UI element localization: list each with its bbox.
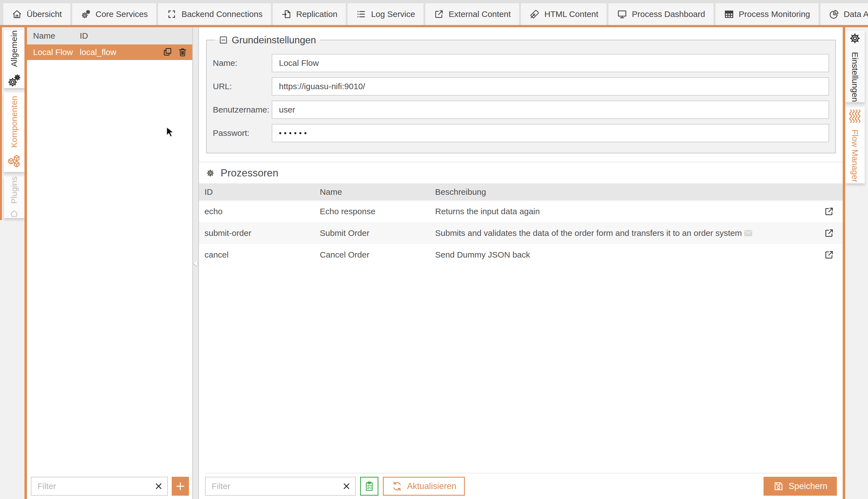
save-button[interactable]: Speichern <box>763 477 837 496</box>
envelope-icon <box>744 230 753 237</box>
components-icon <box>7 154 22 169</box>
tab-label: Data Analysis <box>844 10 868 19</box>
processor-description: Send Dummy JSON back <box>430 250 815 259</box>
processor-description: Submits and validates the data of the or… <box>430 228 815 238</box>
flow-list-footer <box>31 477 189 496</box>
table-icon <box>724 9 734 20</box>
column-header-description: Beschreibung <box>430 187 815 197</box>
content-top-border <box>0 25 868 27</box>
copy-icon[interactable] <box>162 47 173 58</box>
save-label: Speichern <box>788 481 828 491</box>
processors-table-header: ID Name Beschreibung <box>199 183 843 200</box>
home-icon <box>12 9 22 20</box>
app-window: Übersicht Core Services Backend Connecti… <box>0 0 868 499</box>
panel-splitter[interactable] <box>192 27 199 499</box>
tab-label: Replication <box>296 10 337 19</box>
tab-data-analysis[interactable]: Data Analysis <box>820 3 868 25</box>
username-label: Benutzername: <box>213 105 272 114</box>
gear-icon <box>847 31 863 46</box>
processor-description: Returns the input data again <box>430 207 815 216</box>
name-label: Name: <box>213 58 272 68</box>
detail-footer: Aktualisieren Speichern <box>205 473 837 496</box>
fieldset-legend: Grundeinstellungen <box>215 35 320 46</box>
tab-uebersicht[interactable]: Übersicht <box>3 3 70 25</box>
gears-icon <box>81 9 91 20</box>
minus-square-icon[interactable] <box>219 36 228 45</box>
flow-detail-panel: Grundeinstellungen Name: URL: Benutzerna… <box>199 27 843 499</box>
flow-list-row-selected[interactable]: Local Flow local_flow <box>27 45 192 60</box>
validate-button[interactable] <box>360 477 378 496</box>
floppy-icon <box>773 480 784 492</box>
tab-log-service[interactable]: Log Service <box>347 3 423 25</box>
clipboard-check-icon <box>364 480 375 492</box>
left-panel-border <box>24 25 27 499</box>
sidebar-tab-komponenten[interactable]: Komponenten <box>4 93 24 172</box>
tab-label: Core Services <box>96 10 148 19</box>
url-label: URL: <box>213 82 272 91</box>
external-link-icon[interactable] <box>824 228 834 239</box>
tab-label: Backend Connections <box>181 10 262 19</box>
tab-html-content[interactable]: HTML Content <box>521 3 607 25</box>
processor-row-echo: echo Echo response Returns the input dat… <box>199 200 843 222</box>
tab-label: Flow Manager <box>850 130 860 182</box>
tab-backend-connections[interactable]: Backend Connections <box>158 3 271 25</box>
section-title: Prozessoren <box>221 167 278 179</box>
name-field[interactable] <box>272 54 829 72</box>
brackets-icon <box>167 9 177 20</box>
column-header-id: ID <box>80 31 88 40</box>
tab-process-dashboard[interactable]: Process Dashboard <box>609 3 713 25</box>
processor-row-submit-order: submit-order Submit Order Submits and va… <box>199 222 843 244</box>
external-link-icon[interactable] <box>824 206 834 217</box>
sidebar-tab-einstellungen[interactable]: Einstellungen <box>845 31 865 102</box>
flow-name: Local Flow <box>33 48 80 57</box>
tab-label: Übersicht <box>27 10 62 19</box>
basic-settings-fieldset: Grundeinstellungen Name: URL: Benutzerna… <box>206 35 836 154</box>
password-field[interactable] <box>272 124 829 142</box>
column-header-id: ID <box>199 187 314 197</box>
password-label: Passwort: <box>213 129 272 138</box>
refresh-button[interactable]: Aktualisieren <box>383 477 465 496</box>
tab-label: Log Service <box>371 10 415 19</box>
file-import-icon <box>281 9 292 20</box>
username-field[interactable] <box>272 100 829 119</box>
flow-id: local_flow <box>80 48 162 57</box>
sidebar-tab-plugins[interactable]: Plugins <box>4 177 24 218</box>
add-flow-button[interactable] <box>172 477 189 496</box>
column-header-name: Name <box>33 31 80 40</box>
tab-core-services[interactable]: Core Services <box>72 3 156 25</box>
tab-label: Einstellungen <box>850 52 860 102</box>
gears-icon <box>7 73 22 88</box>
sidebar-tab-allgemein[interactable]: Allgemein <box>4 30 24 88</box>
x-icon[interactable] <box>342 482 351 491</box>
column-header-name: Name <box>314 187 430 197</box>
tab-label: Process Dashboard <box>632 10 705 19</box>
pie-chart-icon <box>829 9 839 20</box>
tab-process-monitoring[interactable]: Process Monitoring <box>716 3 819 25</box>
x-icon[interactable] <box>154 482 163 491</box>
processors-section-header: Prozessoren <box>199 162 843 183</box>
tab-label: Process Monitoring <box>739 10 810 19</box>
processor-id: submit-order <box>199 228 314 238</box>
tab-label: External Content <box>449 10 511 19</box>
processor-filter <box>205 477 356 496</box>
flow-filter-input[interactable] <box>31 477 168 496</box>
sidebar-tab-flow-manager[interactable]: Flow Manager <box>845 107 865 183</box>
right-tab-strip: Einstellungen Flow Manager <box>845 27 868 499</box>
refresh-icon <box>391 480 403 492</box>
url-field[interactable] <box>272 77 829 96</box>
basic-settings-form: Name: URL: Benutzername: Passwort: <box>213 54 829 142</box>
content-left-border <box>0 27 2 220</box>
trash-icon[interactable] <box>177 47 188 58</box>
processor-filter-input[interactable] <box>205 477 356 496</box>
processor-row-cancel: cancel Cancel Order Send Dummy JSON back <box>199 244 843 266</box>
external-link-icon <box>434 9 444 20</box>
puzzle-icon <box>7 210 22 218</box>
monitor-icon <box>617 9 627 20</box>
flow-filter <box>31 477 168 496</box>
tab-label: HTML Content <box>544 10 598 19</box>
tab-replication[interactable]: Replication <box>273 3 346 25</box>
refresh-label: Aktualisieren <box>407 481 456 491</box>
tab-external-content[interactable]: External Content <box>425 3 519 25</box>
external-link-icon[interactable] <box>824 250 834 260</box>
flow-list-header: Name ID <box>27 27 192 45</box>
